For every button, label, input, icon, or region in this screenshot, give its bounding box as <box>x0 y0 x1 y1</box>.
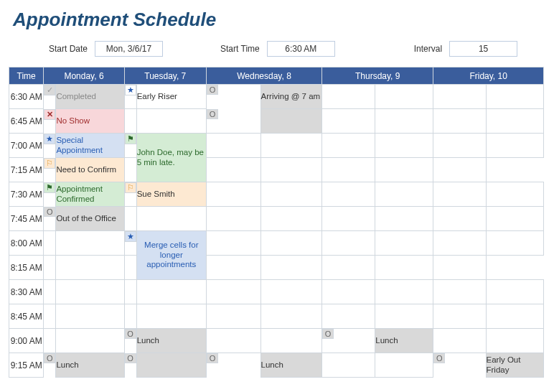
cell-mon-700[interactable]: Special Appointment <box>56 134 124 158</box>
cell-icon <box>322 109 375 134</box>
cell-icon <box>433 207 486 231</box>
time-label: 8:30 AM <box>9 280 44 304</box>
cell-icon <box>206 134 260 158</box>
cell-mon-815[interactable] <box>56 256 124 280</box>
cell-tue-830[interactable] <box>136 280 206 304</box>
cell-icon <box>260 256 322 280</box>
cell-mon-830[interactable] <box>56 280 124 304</box>
circle-icon: O <box>322 329 334 339</box>
cell-wed-715[interactable] <box>206 158 260 182</box>
cell-wed-800[interactable] <box>260 231 322 256</box>
cell-mon-800[interactable] <box>56 231 124 256</box>
header-thursday: Thursday, 9 <box>322 67 433 85</box>
cell-fri-745[interactable] <box>486 207 543 231</box>
cell-fri-915[interactable]: Early Out Friday <box>486 353 543 378</box>
interval-input[interactable]: 15 <box>449 41 517 57</box>
cell-fri-815[interactable] <box>433 256 486 280</box>
cell-tue-845[interactable] <box>136 304 206 329</box>
cell-thu-845[interactable] <box>375 304 433 329</box>
cell-icon <box>206 207 260 231</box>
cell-wed-830[interactable] <box>260 280 322 304</box>
cell-mon-845[interactable] <box>56 304 124 329</box>
cell-mon-715[interactable]: Need to Confirm <box>56 158 124 182</box>
time-label: 6:45 AM <box>9 109 44 134</box>
cell-fri-700[interactable] <box>486 134 543 158</box>
cell-thu-730[interactable] <box>375 182 433 207</box>
cell-mon-630[interactable]: Completed <box>56 85 124 109</box>
time-label: 7:45 AM <box>9 207 44 231</box>
cell-mon-730[interactable]: Appointment Confirmed <box>56 182 124 207</box>
cell-fri-800[interactable] <box>486 231 543 256</box>
cell-fri-630[interactable] <box>486 85 543 109</box>
cell-tue-800[interactable]: Merge cells for longer appointments <box>136 231 206 280</box>
cell-icon <box>206 231 260 256</box>
cell-tue-630[interactable]: Early Riser <box>136 85 206 109</box>
cell-fri-730[interactable] <box>486 182 543 207</box>
cell-icon <box>433 182 486 207</box>
cell-fri-645[interactable] <box>486 109 543 134</box>
cell-thu-915[interactable] <box>375 353 433 378</box>
start-date-input[interactable]: Mon, 3/6/17 <box>95 41 163 57</box>
cell-icon <box>206 280 260 304</box>
cell-icon <box>433 280 486 304</box>
cell-icon <box>433 85 486 109</box>
cell-wed-900[interactable] <box>260 329 322 353</box>
cell-thu-700[interactable] <box>375 134 433 158</box>
start-time-label: Start Time <box>220 44 260 54</box>
cell-tue-900[interactable]: Lunch <box>136 329 206 353</box>
cell-fri-845[interactable] <box>486 304 543 329</box>
time-label: 6:30 AM <box>9 85 44 109</box>
cell-fri-715[interactable] <box>433 158 486 182</box>
circle-icon: O <box>207 353 218 363</box>
cell-thu-745[interactable] <box>375 207 433 231</box>
cell-tue-745[interactable] <box>136 207 206 231</box>
cell-thu-645[interactable] <box>375 109 433 134</box>
time-label: 7:30 AM <box>9 182 44 207</box>
cell-wed-645[interactable] <box>260 109 322 134</box>
cell-tue-915[interactable] <box>136 353 206 378</box>
cell-tue-645[interactable] <box>136 109 206 134</box>
time-label: 9:15 AM <box>9 353 44 378</box>
cell-tue-700[interactable]: John Doe, may be 5 min late. <box>136 134 206 182</box>
cell-icon <box>322 85 375 109</box>
circle-icon: O <box>207 109 218 119</box>
circle-icon: O <box>125 329 136 339</box>
cell-wed-730[interactable] <box>260 182 322 207</box>
cell-mon-900[interactable] <box>56 329 124 353</box>
time-label: 8:15 AM <box>9 256 44 280</box>
page-title: Appointment Schedule <box>0 0 554 37</box>
cell-fri-900[interactable] <box>486 329 543 353</box>
star-icon: ★ <box>125 231 136 242</box>
cell-thu-815[interactable] <box>322 256 375 280</box>
cell-icon <box>124 304 136 329</box>
cell-mon-745[interactable]: Out of the Office <box>56 207 124 231</box>
cell-thu-630[interactable] <box>375 85 433 109</box>
check-icon: ✓ <box>44 85 55 95</box>
cell-wed-745[interactable] <box>260 207 322 231</box>
cell-icon <box>322 353 375 378</box>
cell-tue-730[interactable]: Sue Smith <box>136 182 206 207</box>
cell-thu-830[interactable] <box>375 280 433 304</box>
cell-mon-645[interactable]: No Show <box>56 109 124 134</box>
cell-thu-800[interactable] <box>375 231 433 256</box>
cell-wed-815[interactable] <box>206 256 260 280</box>
cell-icon <box>322 182 375 207</box>
cell-wed-915[interactable]: Lunch <box>260 353 322 378</box>
cell-icon <box>206 329 260 353</box>
cell-wed-845[interactable] <box>260 304 322 329</box>
cell-icon <box>375 158 433 182</box>
circle-icon: O <box>44 353 55 363</box>
cell-thu-900[interactable]: Lunch <box>375 329 433 353</box>
cell-icon <box>124 158 136 182</box>
time-label: 8:45 AM <box>9 304 44 329</box>
cell-fri-830[interactable] <box>486 280 543 304</box>
cell-thu-715[interactable] <box>322 158 375 182</box>
circle-icon: O <box>433 353 445 363</box>
cell-wed-700[interactable] <box>260 134 322 158</box>
cell-icon <box>124 207 136 231</box>
cell-wed-630[interactable]: Arriving @ 7 am <box>260 85 322 109</box>
start-time-input[interactable]: 6:30 AM <box>267 41 335 57</box>
x-icon: ✕ <box>44 109 55 120</box>
cell-mon-915[interactable]: Lunch <box>56 353 124 378</box>
cell-icon <box>44 256 56 280</box>
